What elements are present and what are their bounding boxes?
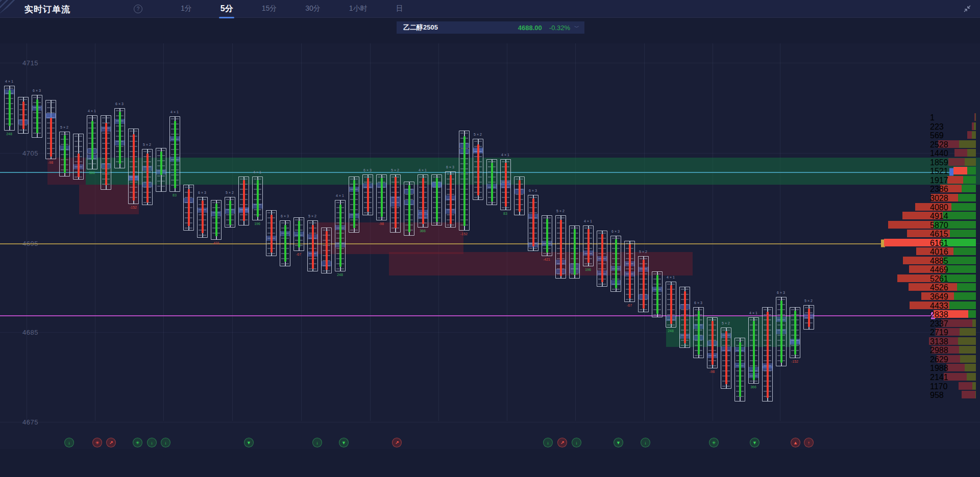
- profile-value-holder: 1988: [930, 364, 976, 371]
- tab-日[interactable]: 日: [395, 1, 404, 16]
- page-title: 实时订单流: [24, 4, 70, 15]
- buy-signal-icon[interactable]: ↓: [543, 438, 553, 447]
- candle-delta-label: 248: [660, 329, 681, 333]
- imbalance-label: 6 × 3: [275, 214, 295, 218]
- footprint-candle: [721, 328, 731, 389]
- footprint-candle: [114, 108, 125, 168]
- profile-volume-value: 2337: [930, 319, 976, 329]
- footprint-candle: [404, 182, 414, 236]
- candle-body-down: [519, 180, 521, 212]
- profile-value-holder: 1: [930, 113, 976, 121]
- candle-delta-label: -421: [206, 241, 226, 245]
- collapse-expand-icon[interactable]: [963, 4, 972, 13]
- footprint-candle: [610, 236, 621, 292]
- candle-body-down: [808, 309, 811, 327]
- sell-signal-icon[interactable]: ↗: [106, 438, 116, 447]
- profile-value-holder: 3649: [930, 292, 976, 300]
- profile-volume-value: 6161: [930, 239, 976, 248]
- buy-signal-icon[interactable]: ↓: [64, 438, 74, 447]
- profile-value-holder: 2386: [930, 185, 976, 192]
- imbalance-label: 5 × 2: [54, 125, 75, 129]
- timeframe-tabs: 1分5分15分30分1小时日: [180, 0, 404, 17]
- footprint-candle: [293, 217, 304, 251]
- profile-value-holder: 4914: [930, 212, 976, 219]
- tab-15分[interactable]: 15分: [261, 1, 278, 16]
- buy-signal-icon[interactable]: ↓: [641, 438, 650, 447]
- footprint-candle: [776, 297, 787, 366]
- candle-body-up: [284, 225, 287, 262]
- imbalance-label: 4 × 1: [578, 219, 598, 223]
- buy-signal-icon[interactable]: ↓: [161, 438, 170, 447]
- chevron-down-icon[interactable]: ﹀: [574, 24, 579, 31]
- candle-body-down: [78, 154, 80, 177]
- contract-selector[interactable]: 乙二醇2505 4688.00 -0.32% ﹀: [397, 21, 584, 34]
- tab-30分[interactable]: 30分: [304, 1, 322, 16]
- contract-name: 乙二醇2505: [403, 23, 438, 32]
- profile-volume-value: 2988: [930, 346, 976, 355]
- candle-delta-label: -421: [536, 258, 557, 261]
- buy-signal-icon[interactable]: ▼: [339, 438, 349, 447]
- candle-body-up: [546, 219, 549, 253]
- buy-signal-icon[interactable]: ↓: [572, 438, 581, 447]
- footprint-candle: [18, 97, 29, 134]
- candle-body-up: [36, 99, 39, 133]
- profile-volume-value: 4914: [930, 212, 976, 221]
- candle-body-up: [174, 121, 177, 188]
- footprint-candle: [321, 228, 332, 273]
- footprint-candle: [390, 174, 401, 233]
- footprint-candle: [142, 149, 153, 205]
- footprint-candle: [790, 307, 800, 358]
- imbalance-label: 4 × 1: [82, 109, 102, 113]
- footprint-candle: [280, 220, 290, 266]
- tab-5分[interactable]: 5分: [219, 1, 234, 17]
- help-icon[interactable]: ?: [134, 5, 142, 13]
- candle-body-up: [698, 311, 700, 355]
- imbalance-label: 6 × 3: [192, 191, 212, 194]
- buy-signal-icon[interactable]: ✳: [709, 438, 719, 447]
- sell-signal-icon[interactable]: ↗: [557, 438, 567, 447]
- profile-value-holder: 6161: [930, 239, 976, 246]
- profile-value-holder: 1917: [930, 176, 976, 184]
- buy-signal-icon[interactable]: ▼: [244, 438, 254, 447]
- profile-value-holder: 4469: [930, 265, 976, 273]
- profile-volume-value: 5870: [930, 221, 976, 230]
- buy-signal-icon[interactable]: ↓: [312, 438, 322, 447]
- corner-decoration-icon: [0, 0, 17, 13]
- sell-signal-icon[interactable]: ↗: [392, 438, 402, 447]
- imbalance-label: 6 × 3: [688, 301, 708, 305]
- profile-volume-value: 4615: [930, 230, 976, 239]
- profile-volume-value: 4016: [930, 247, 976, 257]
- top-bar: 实时订单流 ? 1分5分15分30分1小时日: [0, 0, 980, 18]
- footprint-candle: [666, 282, 676, 328]
- orderflow-chart-canvas[interactable]: 471547054695468546754 × 12486 × 3-985 × …: [0, 43, 980, 449]
- buy-signal-icon[interactable]: ▼: [614, 438, 623, 447]
- footprint-candle: [169, 116, 180, 192]
- profile-sell-segment: [888, 221, 934, 229]
- candle-body-up: [229, 200, 232, 225]
- candle-delta-label: 83: [495, 212, 516, 215]
- sell-signal-icon[interactable]: ↑: [804, 438, 814, 447]
- profile-value-holder: 2629: [930, 355, 976, 363]
- price-axis-label: 4675: [22, 418, 38, 426]
- sell-signal-icon[interactable]: ▲: [791, 438, 800, 447]
- candle-body-down: [532, 198, 535, 246]
- profile-volume-value: 1: [930, 113, 976, 122]
- footprint-candle: [431, 174, 442, 225]
- candle-delta-label: -67: [619, 304, 640, 307]
- candle-body-up: [794, 311, 797, 355]
- time-gridline: [644, 43, 645, 421]
- buy-signal-icon[interactable]: ✳: [133, 438, 142, 447]
- profile-value-holder: 5261: [930, 274, 976, 282]
- buy-signal-icon[interactable]: ▼: [750, 438, 760, 447]
- candle-delta-label: -98: [702, 370, 722, 373]
- candle-delta-label: 248: [330, 273, 350, 277]
- candle-delta-label: -98: [371, 222, 391, 225]
- candle-body-down: [202, 200, 204, 233]
- candle-delta-label: -98: [40, 161, 61, 164]
- sell-signal-icon[interactable]: ✳: [92, 438, 102, 447]
- buy-signal-icon[interactable]: ↓: [147, 438, 157, 447]
- tab-1分[interactable]: 1分: [180, 1, 193, 16]
- profile-volume-value: 3028: [930, 194, 976, 203]
- price-gridline: [0, 422, 980, 422]
- tab-1小时[interactable]: 1小时: [348, 1, 369, 16]
